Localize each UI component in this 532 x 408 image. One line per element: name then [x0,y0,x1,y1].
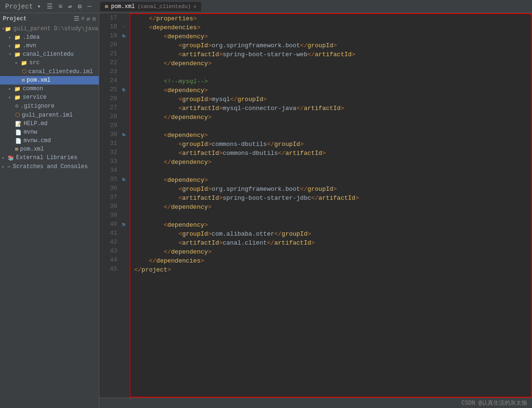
code-segment [134,131,163,140]
code-content[interactable]: </properties> <dependencies> <dependency… [129,13,532,398]
refresh-icon-40[interactable]: ↻ [122,221,126,227]
sidebar-item-common[interactable]: ▸ 📁common [0,85,99,93]
code-segment: > [208,247,212,256]
gutter-icon-30[interactable]: ↻ [120,130,128,139]
sidebar-icon-3[interactable]: ⇌ [86,15,90,23]
code-segment: artifactId [182,194,219,203]
sidebar-item-external-libs[interactable]: ▸ 📚External Libraries [0,153,99,162]
code-segment [134,256,149,265]
code-segment: < [179,104,182,113]
fold-triangle-18[interactable]: ▿ [122,24,125,29]
sidebar-item-src[interactable]: ▸ 📁src [0,59,99,67]
tab-close-button[interactable]: ✕ [194,4,197,9]
code-line-21: <artifactId>spring-boot-starter-web</art… [134,50,527,59]
code-segment: </ [274,230,282,238]
tree-icon-pom-xml-root: m [15,146,18,152]
gutter-icon-24 [120,76,128,85]
code-segment [134,158,163,167]
line-number-36: 36 [102,184,117,193]
code-line-22: </dependency> [134,59,527,68]
code-segment [134,77,163,86]
code-segment: </ [267,140,275,149]
line-number-28: 28 [102,112,117,121]
code-segment: dependency [167,32,204,41]
code-segment: artifactId [182,238,219,247]
refresh-icon-35[interactable]: ↻ [122,176,126,182]
sidebar-item-scratches[interactable]: ▸ ✏Scratches and Consoles [0,162,99,171]
code-segment: groupId [182,95,208,104]
sidebar-item-mvn[interactable]: ▸ 📁.mvn [0,42,99,50]
sidebar-item-guli-parent[interactable]: ▾ 📁guli_parent D:\study\java\code... [0,25,99,33]
code-segment: artifactId [275,238,311,247]
sidebar-item-service[interactable]: ▸ 📁service [0,93,99,102]
gutter-icon-19[interactable]: ↻ [120,31,128,40]
refresh-icon-19[interactable]: ↻ [122,33,126,39]
code-segment: < [179,41,182,50]
sidebar-item-idea[interactable]: ▸ 📁.idea [0,33,99,42]
code-segment: artifactId [182,149,219,158]
toolbar-icon-5[interactable]: ─ [86,2,93,11]
main-layout: Project ☰ ≡ ⇌ ⚙ ▾ 📁guli_parent D:\study\… [0,13,532,408]
tree-icon-idea: 📁 [14,34,21,41]
code-segment: groupId [308,185,334,194]
code-segment: > [208,113,212,122]
tab-subtitle: (canal_clientedu) [137,4,190,9]
code-segment: </ [163,59,171,68]
code-segment: > [263,95,267,104]
tree-arrow-idea: ▸ [9,34,14,40]
gutter-icon-40[interactable]: ↻ [120,220,128,229]
toolbar-icon-3[interactable]: ⇌ [67,2,73,11]
code-line-34 [134,167,527,176]
refresh-icon-30[interactable]: ↻ [122,131,126,137]
code-gutter: ▿↻↻↻↻↻ [120,13,129,398]
tree-label-idea: .idea [23,34,40,41]
code-segment: </ [149,256,156,265]
sidebar-item-canal-clientedu-iml[interactable]: ⬡canal_clientedu.iml [0,67,99,76]
sidebar-item-gitignore[interactable]: ⚙.gitignore [0,102,99,110]
tree-icon-mvn: 📁 [14,43,21,49]
tree-label-pom-xml-root: pom.xml [20,146,44,153]
toolbar-icon-4[interactable]: ⚙ [76,2,83,11]
code-segment: </ [300,41,308,50]
gutter-icon-35[interactable]: ↻ [120,175,128,184]
sidebar-icon-2[interactable]: ≡ [81,15,85,23]
code-segment: > [208,230,212,238]
gutter-icon-25[interactable]: ↻ [120,85,128,94]
tab-pom-xml[interactable]: m pom.xml (canal_clientedu) ✕ [100,2,201,11]
code-segment: artifactId [315,50,352,59]
sidebar-icon-4[interactable]: ⚙ [92,15,96,23]
gutter-icon-28 [120,112,128,121]
gutter-icon-18[interactable]: ▿ [120,22,128,31]
code-line-42: <artifactId>canal.client</artifactId> [134,238,527,247]
line-number-26: 26 [102,94,117,103]
code-segment: > [219,50,223,59]
code-line-43: </dependency> [134,247,527,256]
sidebar-item-mvnw-file[interactable]: 📄mvnw [0,128,99,136]
gutter-icon-33 [120,157,128,166]
code-segment [134,86,163,95]
code-segment: </ [163,113,171,122]
refresh-icon-25[interactable]: ↻ [122,86,126,93]
code-line-24: <!--mysql--> [134,77,527,86]
gutter-icon-23 [120,67,128,76]
line-number-39: 39 [102,211,117,220]
code-segment: </ [308,50,315,59]
sidebar-item-guli-parent-iml[interactable]: ⬡guli_parent.iml [0,110,99,119]
tree-icon-service: 📁 [14,94,21,101]
sidebar-item-canal-clientedu[interactable]: ▾ 📁canal_clientedu [0,50,99,59]
code-segment [134,247,163,256]
toolbar-icon-1[interactable]: ☰ [45,2,54,11]
sidebar-item-help-md[interactable]: 📝HELP.md [0,119,99,128]
code-segment: > [197,23,201,32]
toolbar-icon-2[interactable]: ≡ [57,2,64,11]
sidebar-item-pom-xml-root[interactable]: mpom.xml [0,145,99,153]
project-menu[interactable]: Project ▾ [4,2,43,11]
code-segment [134,230,179,238]
sidebar-item-pom-xml-file[interactable]: mpom.xml [0,76,99,85]
sidebar-item-mvnw-cmd[interactable]: 📄mvnw.cmd [0,136,99,145]
gutter-icon-44 [120,255,128,264]
sidebar-icon-1[interactable]: ☰ [74,15,79,23]
tree-label-common: common [23,85,43,92]
code-segment: artifactId [182,50,219,59]
gutter-icon-27 [120,103,128,112]
